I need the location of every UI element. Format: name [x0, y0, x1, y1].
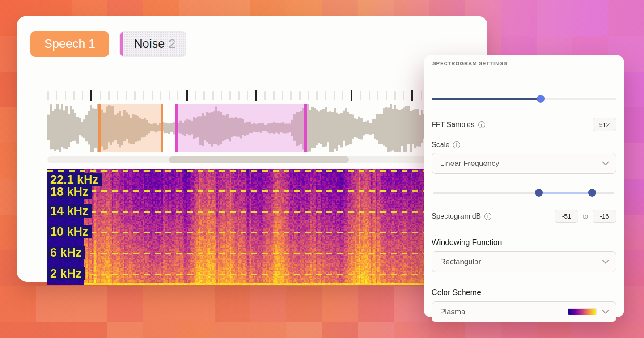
ruler-tick-minor: [308, 91, 309, 100]
ruler-tick-minor: [143, 91, 144, 100]
ruler-tick-major: [255, 90, 257, 101]
ruler-tick-minor: [342, 91, 343, 100]
ruler-tick-minor: [403, 91, 404, 100]
ruler-tick-major: [186, 90, 188, 101]
ruler-tick-minor: [377, 91, 378, 100]
zoom-slider-handle[interactable]: [537, 95, 545, 103]
plasma-gradient-swatch: [568, 309, 596, 315]
scale-info-icon[interactable]: i: [453, 141, 460, 148]
ruler-tick-minor: [65, 91, 66, 100]
fft-info-icon[interactable]: i: [478, 121, 485, 128]
spectrogram-canvas: [47, 169, 440, 285]
panel-header: SPECTROGRAM SETTINGS: [424, 55, 624, 72]
waveform-scrollbar-track[interactable]: [47, 156, 440, 163]
ruler-tick-minor: [238, 91, 240, 100]
ruler-tick-minor: [421, 91, 422, 100]
ruler-tick-minor: [73, 91, 75, 100]
freq-label-6khz: 6 kHz: [47, 246, 85, 259]
timeline-ruler[interactable]: [47, 90, 440, 101]
panel-title: SPECTROGRAM SETTINGS: [432, 61, 507, 66]
freq-dashline-18: [47, 190, 440, 192]
zoom-slider[interactable]: [432, 95, 616, 103]
db-info-icon[interactable]: i: [484, 213, 491, 220]
ruler-tick-minor: [117, 91, 118, 100]
freq-dashline-22: [47, 170, 440, 172]
ruler-tick-minor: [100, 91, 101, 100]
color-scheme-label: Color Scheme: [432, 288, 616, 297]
ruler-tick-minor: [160, 91, 161, 100]
db-range-handle-high[interactable]: [588, 189, 596, 197]
db-max-input[interactable]: -16: [593, 210, 616, 223]
freq-dashline-10: [47, 232, 440, 233]
ruler-tick-minor: [47, 91, 49, 100]
fft-samples-row: FFT Samples i 512: [432, 118, 616, 131]
freq-label-10khz: 10 kHz: [47, 225, 92, 238]
speech-label-chip[interactable]: Speech 1: [30, 31, 109, 57]
label-chip-row: Speech 1 Noise 2: [30, 31, 186, 57]
ruler-tick-minor: [195, 91, 196, 100]
ruler-tick-minor: [152, 91, 153, 100]
db-min-input[interactable]: -51: [555, 210, 578, 223]
waveform-area[interactable]: [47, 104, 440, 152]
ruler-tick-minor: [369, 91, 370, 100]
zoom-slider-fill: [432, 98, 541, 100]
panel-body: FFT Samples i 512 Scale i Linear Frequen…: [424, 95, 624, 322]
noise-chip-accent-bar: [120, 31, 123, 57]
ruler-tick-major: [411, 90, 413, 101]
ruler-tick-minor: [169, 91, 170, 100]
ruler-tick-major: [90, 90, 92, 101]
noise-label-chip[interactable]: Noise 2: [119, 31, 186, 57]
chevron-down-icon: [602, 161, 609, 165]
ruler-tick-minor: [221, 91, 222, 100]
ruler-tick-minor: [316, 91, 318, 100]
spectrogram-area: 22.1 kHz 18 kHz 14 kHz 10 kHz 6 kHz 2 kH…: [47, 169, 440, 285]
windowing-function-label: Windowing Function: [432, 238, 616, 247]
windowing-function-dropdown[interactable]: Rectangular: [432, 251, 616, 272]
noise-chip-text: Noise: [134, 37, 165, 51]
ruler-tick-minor: [334, 91, 335, 100]
speech-chip-text: Speech 1: [44, 37, 95, 51]
scale-dropdown[interactable]: Linear Frequency: [432, 153, 616, 174]
ruler-tick-minor: [126, 91, 127, 100]
color-scheme-dropdown[interactable]: Plasma: [432, 301, 616, 322]
ruler-tick-minor: [229, 91, 231, 100]
waveform-scrollbar-thumb[interactable]: [169, 156, 349, 163]
freq-dashline-14: [47, 211, 440, 213]
freq-label-22khz: 22.1 kHz: [47, 173, 102, 186]
spectrogram-db-row: Spectogram dB i -51 to -16: [432, 210, 616, 223]
spectrogram-db-label: Spectogram dB i: [432, 212, 491, 220]
fft-samples-value[interactable]: 512: [593, 118, 616, 131]
speech-region-overlay[interactable]: [98, 104, 163, 152]
color-scheme-dropdown-value: Plasma: [440, 308, 568, 317]
ruler-tick-minor: [82, 91, 83, 100]
ruler-tick-minor: [177, 91, 178, 100]
ruler-tick-minor: [247, 91, 248, 100]
db-inputs: -51 to -16: [555, 210, 616, 223]
freq-label-2khz: 2 kHz: [47, 267, 85, 280]
ruler-tick-minor: [56, 91, 57, 100]
ruler-tick-minor: [360, 91, 361, 100]
audio-editor-card: Speech 1 Noise 2 22.1 kHz 18 kHz 14 kHz …: [17, 16, 487, 282]
db-to-word: to: [583, 213, 588, 220]
ruler-tick-minor: [273, 91, 275, 100]
ruler-tick-minor: [134, 91, 136, 100]
noise-chip-count: 2: [169, 37, 175, 51]
ruler-tick-minor: [290, 91, 292, 100]
ruler-tick-minor: [386, 91, 387, 100]
freq-label-18khz: 18 kHz: [47, 185, 92, 199]
ruler-tick-minor: [264, 91, 266, 100]
ruler-tick-minor: [108, 91, 110, 100]
windowing-dropdown-value: Rectangular: [440, 258, 602, 266]
ruler-tick-minor: [282, 91, 283, 100]
ruler-tick-major: [351, 90, 352, 101]
noise-region-overlay[interactable]: [175, 104, 307, 152]
ruler-tick-minor: [203, 91, 205, 100]
db-range-slider[interactable]: [432, 189, 616, 197]
freq-dashline-6: [47, 253, 440, 254]
db-range-handle-low[interactable]: [535, 189, 543, 197]
freq-dashline-2: [47, 274, 440, 275]
scale-dropdown-value: Linear Frequency: [440, 159, 602, 168]
ruler-tick-minor: [394, 91, 396, 100]
ruler-tick-minor: [212, 91, 214, 100]
chevron-down-icon: [602, 260, 609, 264]
